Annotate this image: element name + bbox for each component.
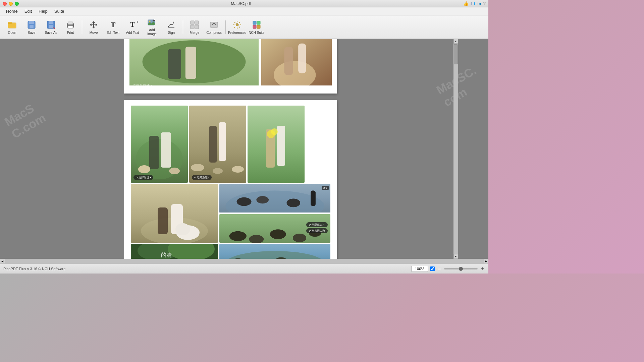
svg-rect-65 [311,191,316,206]
menu-help[interactable]: Help [35,8,51,14]
svg-rect-56 [158,207,168,234]
menu-suite[interactable]: Suite [51,8,68,14]
page1-photos: 在郊外游选 • [124,39,337,85]
sign-label: Sign [168,31,175,35]
svg-point-62 [236,197,251,206]
toolbar-sep-1 [82,20,82,34]
open-button[interactable]: Open [3,17,21,37]
svg-rect-3 [29,21,34,24]
zoom-checkbox[interactable] [430,266,435,271]
merge-icon [189,19,200,30]
photo-grid-row3: 的清 结 [131,244,330,259]
svg-rect-31 [185,47,196,79]
photo-landscape-couple: 在郊外游选 • [129,39,259,85]
maximize-button[interactable] [15,2,19,6]
compress-button[interactable]: Compress [205,17,223,37]
svg-rect-51 [277,126,285,166]
svg-point-23 [236,23,238,26]
pdf-page-2: 近郊游选 • [124,100,337,259]
linkedin-icon[interactable]: in [477,1,481,6]
facebook-icon[interactable]: f [471,1,472,6]
help-icon[interactable]: ? [483,1,486,6]
sign-button[interactable]: Sign [162,17,181,37]
nch-suite-button[interactable]: NCH Suite [247,17,266,37]
svg-rect-17 [191,25,194,29]
sign-icon [166,19,177,30]
pdf-page-1: 在郊外游选 • [124,39,337,94]
add-image-icon [147,18,157,27]
photo-field-bottom [219,244,330,259]
add-image-label: Add Image [144,28,160,36]
add-image-button[interactable]: Add Image [143,17,161,37]
scroll-thumb[interactable] [454,44,458,64]
save-as-button[interactable]: A Save As [42,17,60,37]
svg-rect-30 [168,49,181,79]
scroll-right-button[interactable]: ▶ [484,259,488,263]
scroll-down-button[interactable]: ▼ [453,254,458,259]
print-button[interactable]: Print [61,17,80,37]
svg-point-42 [169,168,180,174]
svg-rect-35 [284,47,293,75]
preferences-button[interactable]: Preferences [228,17,247,37]
compress-icon [209,19,219,30]
svg-point-64 [286,198,300,207]
photo-right-column: 2/9 [219,184,330,243]
merge-button[interactable]: Merge [185,17,204,37]
save-button[interactable]: Save [22,17,41,37]
svg-rect-1 [8,22,12,23]
photo-wedding-goats: 近郊游选 • [189,106,246,183]
scroll-left-button[interactable]: ◀ [0,259,5,263]
add-text-button[interactable]: T+ Add Text [123,17,142,37]
photo-grid-row2: 2/9 [131,184,330,243]
thumb-icon[interactable]: 👍 [463,1,469,6]
edit-text-button[interactable]: T Edit Text [104,17,122,37]
zoom-slider[interactable] [444,268,478,269]
watermark-left: MacSC.com [2,99,48,141]
pdf-viewer[interactable]: ▲ ▼ [124,39,458,259]
svg-point-13 [149,20,151,22]
move-button[interactable]: Move [84,17,103,37]
print-label: Print [67,31,74,35]
svg-point-74 [168,244,215,259]
left-panel: MacSC.com [0,39,124,259]
scroll-track[interactable] [5,259,484,263]
zoom-out-button[interactable]: − [437,266,442,272]
svg-point-41 [138,165,150,173]
zoom-in-button[interactable]: + [480,266,485,272]
move-label: Move [90,31,98,35]
zoom-input[interactable] [411,266,428,272]
vertical-scrollbar[interactable]: ▲ ▼ [453,39,458,259]
preferences-icon [232,19,243,30]
close-button[interactable] [3,2,7,6]
svg-rect-39 [149,136,159,169]
edit-text-label: Edit Text [107,31,119,35]
zoom-slider-thumb[interactable] [459,267,463,271]
svg-rect-44 [209,126,217,163]
photo-grid-row1: 近郊游选 • [131,106,330,183]
toolbar: Open Save A Save As [0,15,488,39]
horizontal-scrollbar[interactable]: ◀ ▶ [0,259,488,263]
open-label: Open [8,31,16,35]
photo-cattle-top: 2/9 [219,184,330,213]
svg-rect-40 [161,132,171,168]
right-panel: MacSC.com [458,39,488,259]
save-label: Save [28,31,36,35]
menu-home[interactable]: Home [3,8,21,14]
menu-edit[interactable]: Edit [21,8,35,14]
svg-point-53 [271,128,278,135]
menu-bar: Home Edit Help Suite [0,7,488,15]
photo-wedding-hands [261,39,332,85]
svg-point-63 [256,196,269,203]
svg-text:在郊外游选 •: 在郊外游选 • [133,84,152,85]
title-bar-actions: 👍 f t in ? [463,1,486,6]
svg-rect-6 [49,21,53,24]
traffic-lights [3,2,19,6]
save-as-icon: A [46,19,56,30]
scroll-up-button[interactable]: ▲ [453,39,458,44]
pdf-scroll-area[interactable]: 在郊外游选 • [124,39,458,259]
photo-couple-flowers [248,106,305,183]
minimize-button[interactable] [9,2,13,6]
photo-tag-2: 近郊游选 • [192,175,212,180]
twitter-icon[interactable]: t [474,1,475,6]
save-as-label: Save As [45,31,57,35]
